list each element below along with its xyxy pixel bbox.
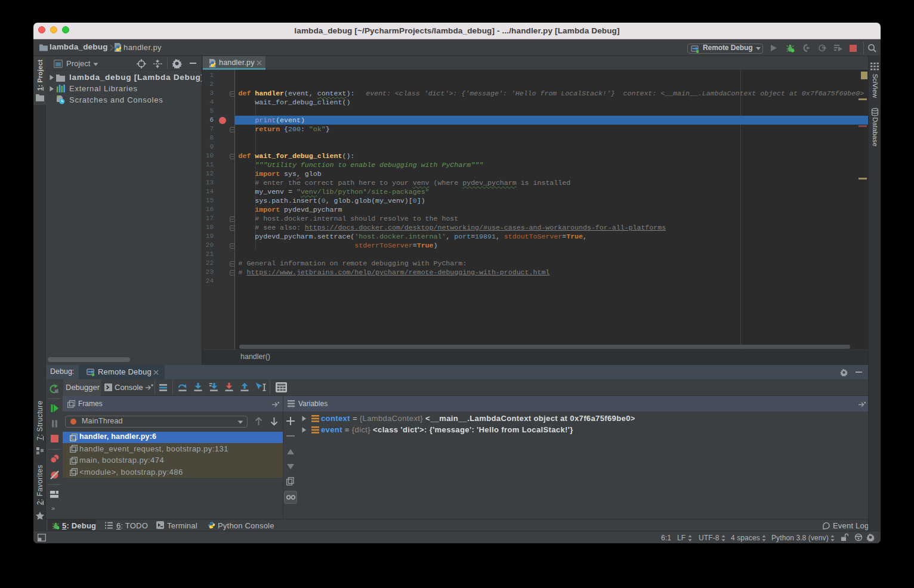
svg-text:?: ? (872, 537, 874, 541)
